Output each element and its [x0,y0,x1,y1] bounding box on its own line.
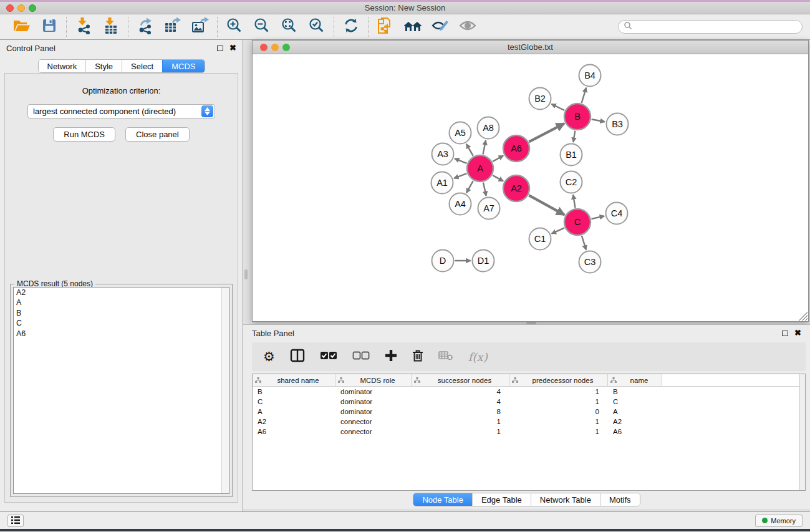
mcds-result-list[interactable]: A2ABCA6 [13,287,229,494]
edge-A-A3[interactable] [455,158,466,163]
table-cell[interactable]: dominator [335,407,412,417]
tab-edge-table[interactable]: Edge Table [472,493,531,506]
delete-table-button[interactable] [438,351,453,363]
toolbar-search-field[interactable] [618,20,803,34]
graph-node-D1[interactable]: D1 [473,250,494,272]
table-row[interactable]: Bdominator41B [253,387,805,397]
desktop-vscroll-stub[interactable] [244,269,248,279]
graph-node-B4[interactable]: B4 [579,65,601,87]
tab-motifs[interactable]: Motifs [600,493,640,506]
table-cell[interactable]: 1 [509,427,608,437]
column-header-successor-nodes[interactable]: successor nodes [412,374,509,386]
import-network-button[interactable] [74,17,93,36]
run-mcds-button[interactable]: Run MCDS [53,127,115,142]
open-file-button[interactable] [12,17,31,36]
edge-A-A7[interactable] [483,182,486,196]
table-cell[interactable]: 0 [509,407,608,417]
search-input[interactable] [632,22,797,31]
network-canvas[interactable]: B4B2BB3A8A5A6A3B1AC2A1A2A4A7C4CC1DD1C3 [253,54,808,321]
edge-B-B4[interactable] [582,88,586,103]
table-cell[interactable]: 4 [412,387,509,397]
close-panel-icon[interactable]: ✖ [229,45,236,51]
graph-node-A[interactable]: A [467,155,493,181]
network-graph[interactable]: B4B2BB3A8A5A6A3B1AC2A1A2A4A7C4CC1DD1C3 [253,54,808,321]
save-session-button[interactable] [40,17,59,36]
column-header-shared-name[interactable]: shared name [253,374,335,386]
edge-A-A8[interactable] [483,140,486,154]
edge-C-C2[interactable] [573,195,575,208]
deselect-all-button[interactable] [352,351,370,362]
birds-eye-view-button[interactable] [458,17,477,36]
graph-node-C4[interactable]: C4 [606,203,628,225]
column-header-MCDS-role[interactable]: MCDS role [335,374,412,386]
tab-select[interactable]: Select [122,60,162,72]
zoom-in-button[interactable] [225,17,244,36]
add-column-button[interactable] [385,349,397,364]
delete-column-button[interactable] [412,349,423,365]
graph-node-A6[interactable]: A6 [503,135,529,162]
window-resize-grip[interactable] [799,312,808,321]
table-cell[interactable]: dominator [335,387,412,397]
table-row[interactable]: A6connector11A6 [253,427,805,437]
graph-node-A4[interactable]: A4 [450,193,471,215]
graph-node-C3[interactable]: C3 [579,251,601,273]
mcds-result-item[interactable]: A6 [14,329,229,339]
table-cell[interactable]: A2 [608,417,662,427]
show-log-console-button[interactable] [7,515,24,527]
edge-A2-C[interactable] [529,195,564,215]
edge-B-B1[interactable] [573,131,575,142]
graph-node-C2[interactable]: C2 [561,172,582,193]
table-row[interactable]: A2connector11A2 [253,417,805,427]
node-table[interactable]: shared nameMCDS rolesuccessor nodesprede… [252,374,806,491]
tab-mcds[interactable]: MCDS [162,60,204,72]
tab-network[interactable]: Network [38,60,85,72]
table-cell[interactable]: C [608,397,662,407]
table-settings-button[interactable]: ⚙ [263,351,275,364]
show-graphics-details-button[interactable] [431,17,450,36]
edge-B-B3[interactable] [592,119,605,122]
edge-A-A6[interactable] [493,156,503,162]
edge-A-A4[interactable] [466,181,473,193]
graph-node-A5[interactable]: A5 [450,122,471,144]
result-scrollbar[interactable] [221,288,229,493]
edge-A-A2[interactable] [493,175,503,181]
graph-node-D[interactable]: D [432,250,454,272]
table-cell[interactable]: connector [335,417,412,427]
table-cell[interactable]: A [253,407,335,417]
mcds-result-item[interactable]: A2 [14,288,229,297]
close-panel-button[interactable]: Close panel [125,127,190,142]
close-table-panel-icon[interactable]: ✖ [794,330,801,336]
graph-node-A7[interactable]: A7 [478,198,500,220]
table-cell[interactable]: 1 [509,397,608,407]
table-row[interactable]: Adominator80A [253,407,805,417]
graph-node-B[interactable]: B [564,104,591,130]
zoom-selected-button[interactable] [307,17,326,36]
edge-C-C1[interactable] [552,228,564,233]
graph-node-A3[interactable]: A3 [432,143,454,165]
table-cell[interactable]: 1 [412,417,509,427]
graph-node-B3[interactable]: B3 [607,114,629,135]
graph-node-A1[interactable]: A1 [432,172,453,194]
function-builder-button[interactable]: f(x) [468,351,488,364]
graph-node-A2[interactable]: A2 [503,175,529,201]
export-table-button[interactable] [163,17,182,36]
table-cell[interactable]: A6 [253,427,335,437]
tab-network-table[interactable]: Network Table [531,493,600,506]
table-cell[interactable]: 1 [412,427,509,437]
column-selector-button[interactable] [290,349,305,365]
tab-style[interactable]: Style [85,60,122,72]
table-row[interactable]: Cdominator41C [253,397,805,407]
table-cell[interactable]: A [608,407,662,417]
mcds-result-item[interactable]: A [14,297,229,307]
table-cell[interactable]: A2 [253,417,335,427]
edge-A-A1[interactable] [454,173,466,178]
edge-C-C4[interactable] [591,216,604,219]
graph-node-C[interactable]: C [564,209,591,235]
table-cell[interactable]: 1 [509,387,608,397]
edge-A6-B[interactable] [529,123,564,142]
zoom-fit-button[interactable] [280,17,299,36]
column-header-predecessor-nodes[interactable]: predecessor nodes [509,374,608,386]
graph-node-C1[interactable]: C1 [529,228,551,250]
tab-node-table[interactable]: Node Table [413,493,472,506]
memory-button[interactable]: Memory [755,515,803,527]
